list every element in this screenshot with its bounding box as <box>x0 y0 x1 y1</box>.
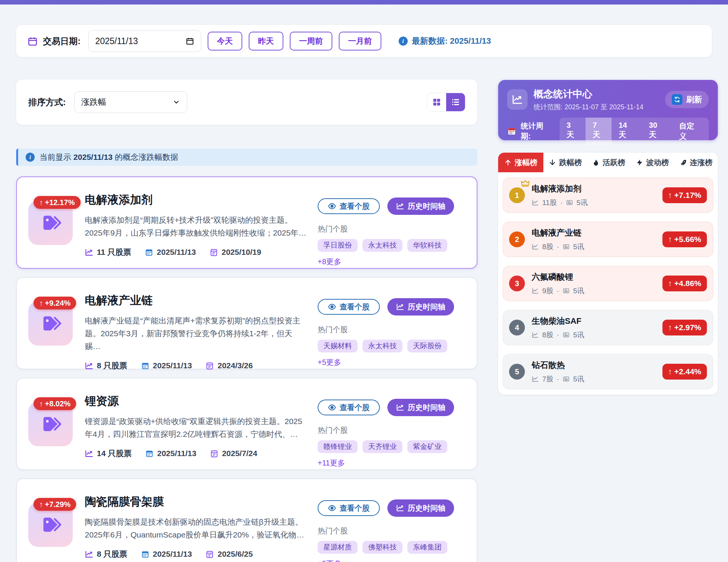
grid-view-button[interactable] <box>427 93 446 111</box>
chart-line-icon <box>396 303 404 311</box>
hot-stock-tags: 孚日股份 永太科技 华软科技 +8更多 <box>318 239 465 267</box>
concept-icon-tile: ↑ +7.29% <box>28 502 74 559</box>
rank-item[interactable]: 3 六氟磷酸锂 9股 · 5讯 ↑ <box>503 266 713 301</box>
tab-volatility[interactable]: 波动榜 <box>631 153 674 172</box>
concept-card[interactable]: ↑ +7.29% 陶瓷隔膜骨架膜 陶瓷隔膜骨架膜是技术创新驱动的固态电池产业链β… <box>16 478 477 562</box>
stock-tag[interactable]: 东峰集团 <box>407 541 447 554</box>
rank-number: 5 <box>509 364 525 380</box>
view-stocks-button[interactable]: 查看个股 <box>318 500 380 516</box>
sort-label: 排序方式: <box>28 96 66 108</box>
more-stocks-link[interactable]: +11更多 <box>318 458 345 468</box>
calendar-blue-icon <box>141 361 150 370</box>
hot-stock-tags: 天赐材料 永太科技 天际股份 +5更多 <box>318 340 465 368</box>
stock-tag[interactable]: 华软科技 <box>407 239 447 252</box>
chart-line-icon <box>85 550 93 559</box>
view-stocks-button[interactable]: 查看个股 <box>318 198 380 214</box>
rank-info: 电解液产业链 8股 · 5讯 <box>532 227 584 252</box>
eye-icon <box>328 504 336 512</box>
concept-card-body: 电解液添加剂 电解液添加剂是“周期反转+技术升级”双轮驱动的投资主题。2025年… <box>85 188 307 257</box>
period-segmented-control: 3天 7天 14天 30天 自定义 <box>560 118 709 145</box>
rank-item[interactable]: 5 钻石散热 7股 · 5讯 ↑ <box>503 354 713 389</box>
view-stocks-button[interactable]: 查看个股 <box>318 400 380 415</box>
sort-select[interactable]: 涨跌幅 <box>74 91 187 113</box>
refresh-button[interactable]: 刷新 <box>665 91 709 108</box>
chart-line-icon <box>532 331 539 338</box>
stock-tag[interactable]: 星源材质 <box>318 541 358 554</box>
tab-losers[interactable]: 跌幅榜 <box>543 153 587 172</box>
hot-stock-tags: 星源材质 佛塑科技 东峰集团 +5更多 <box>318 541 465 562</box>
stock-tag[interactable]: 紫金矿业 <box>407 440 447 453</box>
date-input-value: 2025/11/13 <box>95 36 138 46</box>
quick-button-yesterday[interactable]: 昨天 <box>249 32 283 51</box>
card-actions: 查看个股 历史时间轴 <box>318 298 465 315</box>
arrow-up-icon: ↑ <box>39 400 43 408</box>
concept-card[interactable]: ↑ +8.02% 锂资源 锂资源是“政策驱动+供给收缩”双重逻辑共振的投资主题。… <box>16 378 477 470</box>
history-timeline-button[interactable]: 历史时间轴 <box>387 399 454 416</box>
stats-period-row: 统计周期: 3天 7天 14天 30天 自定义 <box>507 118 709 145</box>
stock-tag[interactable]: 天赐材料 <box>318 340 358 352</box>
hot-stock-tags: 赣锋锂业 天齐锂业 紫金矿业 +11更多 <box>318 440 465 468</box>
rank-item[interactable]: 1 电解液添加剂 11股 · 5讯 ↑ <box>503 178 713 213</box>
period-7d[interactable]: 7天 <box>586 118 612 145</box>
more-stocks-link[interactable]: +5更多 <box>318 559 341 562</box>
tab-gainers[interactable]: 涨幅榜 <box>498 153 543 172</box>
period-30d[interactable]: 30天 <box>642 118 672 145</box>
chevron-down-icon <box>173 98 180 106</box>
concept-card[interactable]: ↑ +12.17% 电解液添加剂 电解液添加剂是“周期反转+技术升级”双轮驱动的… <box>16 176 477 269</box>
period-custom[interactable]: 自定义 <box>672 118 709 145</box>
arrow-up-icon: ↑ <box>39 198 43 207</box>
date-picker-icon[interactable] <box>186 37 194 45</box>
concept-description: 锂资源是“政策驱动+供给收缩”双重逻辑共振的投资主题。2025年4月，四川雅江官… <box>85 415 307 441</box>
quick-button-week-ago[interactable]: 一周前 <box>290 32 332 51</box>
concept-card-body: 锂资源 锂资源是“政策驱动+供给收缩”双重逻辑共振的投资主题。2025年4月，四… <box>85 389 307 459</box>
change-value: +7.29% <box>45 500 70 509</box>
chart-line-icon <box>396 202 404 210</box>
rank-sub-stats: 7股 · 5讯 <box>532 374 584 384</box>
history-timeline-button[interactable]: 历史时间轴 <box>387 198 454 215</box>
tab-active[interactable]: 活跃榜 <box>587 153 631 172</box>
tab-streak[interactable]: 连涨榜 <box>674 153 718 172</box>
view-stocks-button[interactable]: 查看个股 <box>318 299 380 315</box>
stock-tag[interactable]: 天际股份 <box>407 340 447 352</box>
change-value: +9.24% <box>45 299 70 308</box>
concept-date-stat: 2025/7/24 <box>210 449 257 458</box>
concept-description: 陶瓷隔膜骨架膜是技术创新驱动的固态电池产业链β升级主题。2025年6月，Quan… <box>85 516 307 541</box>
concept-name: 陶瓷隔膜骨架膜 <box>85 494 307 510</box>
rank-stock-count: 8股 <box>542 242 554 252</box>
lightning-icon <box>636 159 643 166</box>
stock-tag[interactable]: 天齐锂业 <box>362 440 402 453</box>
period-14d[interactable]: 14天 <box>612 118 642 145</box>
chart-line-icon <box>396 504 404 512</box>
arrow-down-icon <box>549 159 556 166</box>
stock-tag[interactable]: 孚日股份 <box>318 239 358 252</box>
more-stocks-link[interactable]: +5更多 <box>318 357 341 368</box>
history-timeline-button[interactable]: 历史时间轴 <box>387 298 454 315</box>
quick-button-today[interactable]: 今天 <box>208 32 242 51</box>
list-view-button[interactable] <box>446 93 465 111</box>
more-stocks-link[interactable]: +8更多 <box>318 257 341 267</box>
stock-tag[interactable]: 佛塑科技 <box>362 541 402 554</box>
calendar-blue-icon <box>145 449 154 458</box>
rocket-icon <box>680 159 687 166</box>
rank-item[interactable]: 4 生物柴油SAF 8股 · 5讯 ↑ <box>503 310 713 345</box>
concept-stats: 11 只股票 2025/11/13 2025/10/19 <box>85 247 307 257</box>
news-icon <box>563 331 570 338</box>
top-accent-strip <box>0 0 728 5</box>
stock-tag[interactable]: 永太科技 <box>362 239 402 252</box>
quick-button-month-ago[interactable]: 一月前 <box>339 32 381 51</box>
period-3d[interactable]: 3天 <box>560 118 586 145</box>
arrow-up-icon: ↑ <box>39 299 43 308</box>
chart-line-icon <box>532 287 539 294</box>
concept-name: 锂资源 <box>85 394 307 409</box>
concept-card[interactable]: ↑ +9.24% 电解液产业链 电解液产业链是“产能出清尾声+需求复苏初期”的拐… <box>16 277 477 369</box>
rank-info: 生物柴油SAF 8股 · 5讯 <box>532 315 584 340</box>
history-timeline-button[interactable]: 历史时间轴 <box>387 499 454 517</box>
date-input[interactable]: 2025/11/13 <box>88 30 201 52</box>
stock-tag[interactable]: 永太科技 <box>362 340 402 352</box>
calendar-purple-icon <box>205 361 214 370</box>
stats-panel-titles: 概念统计中心 统计范围: 2025-11-07 至 2025-11-14 <box>534 87 643 112</box>
arrow-up-icon: ↑ <box>39 500 43 509</box>
news-icon <box>563 375 570 383</box>
stock-tag[interactable]: 赣锋锂业 <box>318 440 358 453</box>
rank-item[interactable]: 2 电解液产业链 8股 · 5讯 ↑ <box>503 222 713 257</box>
